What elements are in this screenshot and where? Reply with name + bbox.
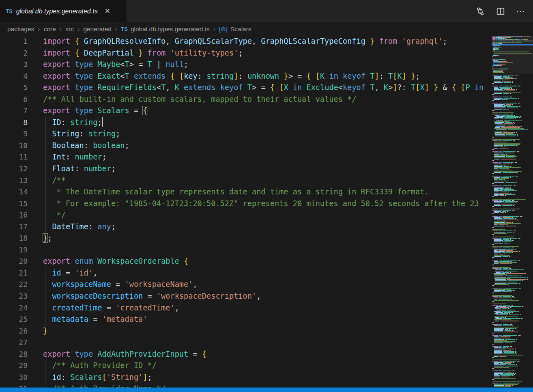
line-number[interactable]: 22 bbox=[0, 279, 28, 291]
code-line[interactable]: 18}; bbox=[0, 233, 492, 244]
breadcrumb-item-file[interactable]: TSglobal.db.types.generated.ts bbox=[121, 26, 209, 33]
line-number[interactable]: 6 bbox=[0, 94, 28, 106]
indent-guide bbox=[45, 151, 45, 163]
line-number[interactable]: 8 bbox=[0, 117, 28, 129]
code-line-content: /** All built-in and custom scalars, map… bbox=[43, 94, 356, 106]
line-number[interactable]: 17 bbox=[0, 221, 28, 233]
code-line[interactable]: 2import { DeepPartial } from 'utility-ty… bbox=[0, 47, 492, 59]
code-line-content: /** Auth Provider ID */ bbox=[43, 360, 157, 372]
code-line[interactable]: 28export type AddAuthProviderInput = { bbox=[0, 349, 492, 360]
line-number[interactable]: 3 bbox=[0, 59, 28, 71]
breadcrumb-file-label: global.db.types.generated.ts bbox=[131, 26, 210, 33]
vscode-window: TS global.db.types.generated.ts ✕ bbox=[0, 0, 533, 392]
code-line-content: id: Scalars['String']; bbox=[43, 372, 152, 383]
more-actions-icon[interactable]: ⋯ bbox=[516, 6, 526, 16]
line-number[interactable]: 2 bbox=[0, 47, 28, 59]
chevron-right-icon: › bbox=[115, 26, 117, 33]
code-line[interactable]: 7export type Scalars = { bbox=[0, 105, 492, 117]
code-line[interactable]: 26} bbox=[0, 325, 492, 337]
code-line[interactable]: 6/** All built-in and custom scalars, ma… bbox=[0, 94, 492, 106]
line-number[interactable]: 28 bbox=[0, 349, 28, 360]
split-editor-icon[interactable] bbox=[496, 6, 505, 16]
line-number[interactable]: 23 bbox=[0, 291, 28, 302]
minimap[interactable] bbox=[492, 36, 533, 388]
open-changes-icon[interactable] bbox=[475, 6, 485, 16]
code-line[interactable]: 27 bbox=[0, 337, 492, 349]
line-number[interactable]: 10 bbox=[0, 140, 28, 152]
code-line[interactable]: 25 metadata = 'metadata' bbox=[0, 314, 492, 325]
line-number[interactable]: 16 bbox=[0, 209, 28, 221]
line-number[interactable]: 5 bbox=[0, 82, 28, 94]
code-line[interactable]: 13 /** bbox=[0, 175, 492, 187]
code-line-content: } bbox=[43, 325, 47, 337]
line-number[interactable]: 25 bbox=[0, 314, 28, 325]
code-line-content: * The DateTime scalar type represents da… bbox=[43, 186, 429, 198]
code-line-content: metadata = 'metadata' bbox=[43, 314, 148, 325]
chevron-right-icon: › bbox=[60, 26, 62, 33]
close-tab-icon[interactable]: ✕ bbox=[105, 8, 110, 15]
code-line[interactable]: 16 */ bbox=[0, 209, 492, 221]
indent-guide bbox=[45, 198, 45, 210]
code-line-content: workspaceDescription = 'workspaceDescrip… bbox=[43, 291, 261, 302]
line-number[interactable]: 4 bbox=[0, 71, 28, 82]
code-line-content: export type Scalars = { bbox=[43, 105, 148, 117]
code-line[interactable]: 22 workspaceName = 'workspaceName', bbox=[0, 279, 492, 291]
code-line[interactable]: 4export type Exact<T extends { [key: str… bbox=[0, 71, 492, 82]
code-line[interactable]: 31 /** Auth Provider Name */ bbox=[0, 383, 492, 388]
breadcrumb-item-core[interactable]: core bbox=[44, 26, 56, 33]
indent-guide bbox=[45, 267, 45, 279]
code-line-content: export type Exact<T extends { [key: stri… bbox=[43, 71, 420, 82]
code-line[interactable]: 9 String: string; bbox=[0, 128, 492, 140]
status-bar bbox=[0, 388, 533, 392]
code-line[interactable]: 29 /** Auth Provider ID */ bbox=[0, 360, 492, 372]
code-line-content: DateTime: any; bbox=[43, 221, 116, 233]
line-number[interactable]: 30 bbox=[0, 372, 28, 383]
code-line[interactable]: 24 createdTime = 'createdTime', bbox=[0, 302, 492, 314]
code-line[interactable]: 14 * The DateTime scalar type represents… bbox=[0, 186, 492, 198]
line-number[interactable]: 27 bbox=[0, 337, 28, 349]
code-line[interactable]: 10 Boolean: boolean; bbox=[0, 140, 492, 152]
line-number[interactable]: 20 bbox=[0, 256, 28, 267]
code-line[interactable]: 30 id: Scalars['String']; bbox=[0, 372, 492, 383]
code-line[interactable]: 3export type Maybe<T> = T | null; bbox=[0, 59, 492, 71]
breadcrumb-item-src[interactable]: src bbox=[65, 26, 74, 33]
line-number[interactable]: 26 bbox=[0, 325, 28, 337]
line-number[interactable]: 12 bbox=[0, 163, 28, 175]
line-number[interactable]: 18 bbox=[0, 233, 28, 244]
line-number[interactable]: 24 bbox=[0, 302, 28, 314]
code-line[interactable]: 23 workspaceDescription = 'workspaceDesc… bbox=[0, 291, 492, 302]
indent-guide bbox=[45, 383, 45, 388]
code-line[interactable]: 15 * For example: "1985-04-12T23:20:50.5… bbox=[0, 198, 492, 210]
breadcrumb-item-packages[interactable]: packages bbox=[7, 26, 34, 33]
symbol-type-icon: [⊘] bbox=[219, 26, 228, 33]
line-number[interactable]: 15 bbox=[0, 198, 28, 210]
line-number[interactable]: 21 bbox=[0, 267, 28, 279]
indent-guide bbox=[45, 163, 45, 175]
line-number[interactable]: 31 bbox=[0, 383, 28, 388]
code-line[interactable]: 20export enum WorkspaceOrderable { bbox=[0, 256, 492, 267]
code-line-content: /** Auth Provider Name */ bbox=[43, 383, 165, 388]
code-line-content: id = 'id', bbox=[43, 267, 97, 279]
breadcrumb-item-symbol[interactable]: [⊘]Scalars bbox=[219, 26, 251, 33]
code-line[interactable]: 5export type RequireFields<T, K extends … bbox=[0, 82, 492, 94]
line-number[interactable]: 29 bbox=[0, 360, 28, 372]
line-number[interactable]: 1 bbox=[0, 36, 28, 47]
code-line[interactable]: 11 Int: number; bbox=[0, 151, 492, 163]
line-number[interactable]: 9 bbox=[0, 128, 28, 140]
code-line[interactable]: 1import { GraphQLResolveInfo, GraphQLSca… bbox=[0, 36, 492, 47]
line-number[interactable]: 11 bbox=[0, 151, 28, 163]
tab-global-db-types[interactable]: TS global.db.types.generated.ts ✕ bbox=[0, 0, 127, 22]
editor-actions: ⋯ bbox=[475, 0, 533, 22]
code-line[interactable]: 21 id = 'id', bbox=[0, 267, 492, 279]
indent-guide bbox=[45, 360, 45, 372]
line-number[interactable]: 19 bbox=[0, 244, 28, 256]
code-line[interactable]: 8 ID: string; bbox=[0, 117, 492, 129]
line-number[interactable]: 14 bbox=[0, 186, 28, 198]
line-number[interactable]: 13 bbox=[0, 175, 28, 187]
code-line[interactable]: 17 DateTime: any; bbox=[0, 221, 492, 233]
line-number[interactable]: 7 bbox=[0, 105, 28, 117]
breadcrumb-item-generated[interactable]: generated bbox=[83, 26, 112, 33]
editor-pane: 1import { GraphQLResolveInfo, GraphQLSca… bbox=[0, 36, 533, 388]
code-line[interactable]: 12 Float: number; bbox=[0, 163, 492, 175]
code-line[interactable]: 19 bbox=[0, 244, 492, 256]
